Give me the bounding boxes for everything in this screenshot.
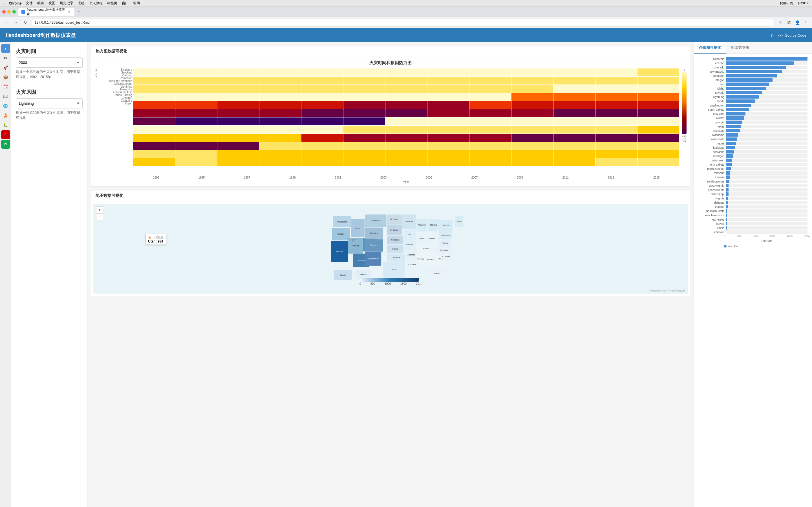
heatmap-cell[interactable] — [175, 150, 217, 158]
heatmap-cell[interactable] — [301, 109, 343, 117]
heatmap-cell[interactable] — [133, 76, 175, 84]
heatmap-cell[interactable] — [386, 101, 427, 109]
heatmap-cell[interactable] — [386, 158, 427, 166]
state-montana[interactable]: Montana — [365, 214, 387, 227]
state-alaska[interactable]: Alaska — [334, 270, 352, 280]
heatmap-cell[interactable] — [175, 134, 217, 142]
heatmap-cell[interactable] — [596, 126, 637, 133]
heatmap-cell[interactable] — [638, 93, 679, 101]
heatmap-cell[interactable] — [133, 117, 175, 125]
heatmap-cell[interactable] — [259, 85, 301, 93]
back-button[interactable]: ← — [2, 18, 10, 26]
heatmap-cell[interactable] — [427, 85, 469, 93]
dock-icon-10[interactable]: Ｒ — [1, 130, 10, 139]
heatmap-cell[interactable] — [427, 101, 469, 109]
heatmap-cell[interactable] — [553, 101, 595, 109]
heatmap-cell[interactable] — [301, 93, 343, 101]
heatmap-cell[interactable] — [301, 126, 343, 133]
heatmap-cell[interactable] — [511, 126, 553, 133]
dock-icon-7[interactable]: 🌐 — [1, 101, 10, 110]
heatmap-cell[interactable] — [511, 93, 553, 101]
heatmap-cell[interactable] — [301, 68, 343, 76]
dock-icon-3[interactable]: 🚀 — [1, 63, 10, 72]
heatmap-cell[interactable] — [133, 158, 175, 166]
dock-icon-1[interactable]: ♦ — [1, 44, 10, 53]
heatmap-cell[interactable] — [217, 68, 259, 76]
heatmap-cell[interactable] — [427, 150, 469, 158]
heatmap-cell[interactable] — [386, 85, 427, 93]
dock-icon-11[interactable]: W — [1, 140, 10, 149]
heatmap-cell[interactable] — [133, 68, 175, 76]
apple-menu[interactable]:  — [3, 1, 4, 6]
heatmap-cell[interactable] — [301, 85, 343, 93]
heatmap-cell[interactable] — [427, 109, 469, 117]
menu-file[interactable]: 文件 — [26, 1, 33, 6]
active-tab[interactable]: flexdashboard制作数据仪表盘 ✕ — [18, 8, 74, 16]
heatmap-cell[interactable] — [217, 142, 259, 150]
heatmap-cell[interactable] — [259, 76, 301, 84]
heatmap-cell[interactable] — [469, 109, 511, 117]
address-bar[interactable]: 127.0.0.1:4269/dashboard_test.Rmd — [31, 18, 775, 26]
heatmap-cell[interactable] — [553, 142, 595, 150]
tab-data-table[interactable]: 输出数据表 — [726, 42, 755, 54]
heatmap-cell[interactable] — [596, 76, 637, 84]
heatmap-cell[interactable] — [553, 76, 595, 84]
heatmap-cell[interactable] — [638, 68, 679, 76]
heatmap-cell[interactable] — [427, 68, 469, 76]
heatmap-cell[interactable] — [175, 117, 217, 125]
tab-bar-chart[interactable]: 条形图可视化 — [694, 42, 726, 54]
heatmap-cell[interactable] — [175, 68, 217, 76]
state-iowa[interactable]: Iowa — [403, 230, 416, 238]
state-new-york[interactable]: New York — [439, 220, 453, 231]
state-texas[interactable]: Texas — [383, 262, 405, 277]
heatmap-cell[interactable] — [301, 134, 343, 142]
state-kansas[interactable]: Kansas — [387, 245, 403, 253]
heatmap-cell[interactable] — [638, 109, 679, 117]
heatmap-cell[interactable] — [217, 150, 259, 158]
heatmap-cell[interactable] — [386, 76, 427, 84]
state-nevada[interactable]: Nevada — [348, 238, 363, 254]
heatmap-cell[interactable] — [343, 109, 385, 117]
share-button[interactable]: ⇧ — [770, 33, 773, 38]
state-virginia[interactable]: Virginia — [439, 240, 451, 246]
state-tennessee[interactable]: Tennessee — [416, 245, 437, 252]
state-south-dakota[interactable]: S. Dakota — [387, 225, 402, 235]
heatmap-cell[interactable] — [175, 93, 217, 101]
heatmap-cell[interactable] — [596, 101, 637, 109]
heatmap-cell[interactable] — [259, 150, 301, 158]
heatmap-cell[interactable] — [638, 142, 679, 150]
heatmap-cell[interactable] — [133, 109, 175, 117]
heatmap-cell[interactable] — [427, 93, 469, 101]
heatmap-cell[interactable] — [638, 85, 679, 93]
tab-close-button[interactable]: ✕ — [67, 10, 71, 14]
heatmap-cell[interactable] — [175, 85, 217, 93]
menu-button[interactable]: ⋮ — [802, 18, 810, 26]
heatmap-cell[interactable] — [343, 93, 385, 101]
menu-edit[interactable]: 编辑 — [37, 1, 44, 6]
heatmap-cell[interactable] — [469, 150, 511, 158]
heatmap-cell[interactable] — [511, 76, 553, 84]
heatmap-cell[interactable] — [427, 126, 469, 133]
heatmap-cell[interactable] — [217, 101, 259, 109]
heatmap-cell[interactable] — [511, 158, 553, 166]
heatmap-cell[interactable] — [511, 68, 553, 76]
reload-button[interactable]: ↻ — [21, 18, 29, 26]
heatmap-cell[interactable] — [553, 93, 595, 101]
state-north-carolina[interactable]: N. Carolina — [437, 247, 452, 253]
forward-button[interactable]: → — [12, 18, 20, 26]
dock-icon-9[interactable]: 🐛 — [1, 121, 10, 129]
heatmap-cell[interactable] — [596, 117, 637, 125]
heatmap-cell[interactable] — [217, 85, 259, 93]
state-wisconsin[interactable]: Wisconsin — [416, 219, 427, 231]
app-menu-chrome[interactable]: Chrome — [9, 1, 21, 5]
extension-button[interactable]: 🛠 — [785, 18, 793, 26]
heatmap-cell[interactable] — [343, 117, 385, 125]
heatmap-cell[interactable] — [596, 134, 637, 142]
menu-personal[interactable]: 个人教程 — [89, 1, 103, 6]
heatmap-cell[interactable] — [175, 158, 217, 166]
close-window-button[interactable] — [2, 10, 6, 13]
state-south-carolina[interactable]: S. Carolina — [441, 253, 451, 260]
heatmap-cell[interactable] — [217, 117, 259, 125]
heatmap-cell[interactable] — [175, 126, 217, 133]
heatmap-cell[interactable] — [638, 76, 679, 84]
